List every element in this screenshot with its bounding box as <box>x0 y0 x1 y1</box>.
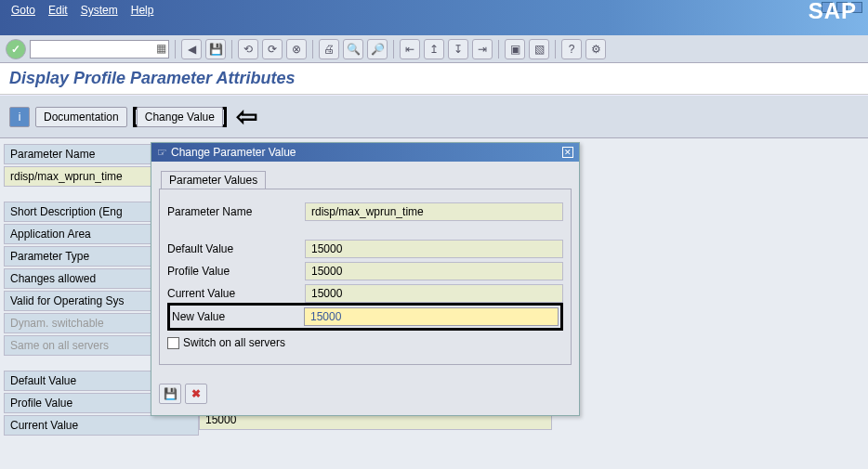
dialog-cancel-icon[interactable]: ✖ <box>185 384 207 404</box>
customize-icon[interactable]: ⚙ <box>585 39 606 59</box>
dlg-default-value: 15000 <box>305 240 563 258</box>
menu-edit[interactable]: Edit <box>48 4 68 17</box>
nav-exit-icon[interactable]: ⟳ <box>262 39 283 59</box>
save-icon[interactable]: 💾 <box>205 39 226 59</box>
menu-help[interactable]: Help <box>131 4 154 17</box>
content-area: Parameter Name rdisp/max_wprun_time Shor… <box>0 138 868 469</box>
menu-bar: Goto Edit System Help <box>0 0 164 20</box>
layout-icon[interactable]: ▧ <box>529 39 549 59</box>
dialog-title-text: ☞Change Parameter Value <box>157 146 296 159</box>
print-icon[interactable]: 🖨 <box>319 39 339 59</box>
dialog-save-icon[interactable]: 💾 <box>159 384 181 404</box>
create-session-icon[interactable]: ▣ <box>505 39 525 59</box>
dlg-param-name-value: rdisp/max_wprun_time <box>305 202 563 221</box>
switch-all-servers-checkbox[interactable] <box>167 337 179 349</box>
page-title: Display Profile Parameter Attributes <box>0 63 868 95</box>
action-bar: i Documentation Change Value ⇦ <box>0 95 868 138</box>
nav-back-icon[interactable]: ⟲ <box>238 39 258 59</box>
dlg-default-label: Default Value <box>167 242 305 255</box>
sap-logo: SAP <box>809 0 857 24</box>
change-value-button[interactable]: Change Value <box>137 107 223 127</box>
dialog-table: Parameter Name rdisp/max_wprun_time Defa… <box>159 189 572 365</box>
dlg-profile-label: Profile Value <box>167 265 305 278</box>
find-icon[interactable]: 🔍 <box>343 39 363 59</box>
dialog-footer: 💾 ✖ <box>159 384 572 404</box>
prev-page-icon[interactable]: ↥ <box>424 39 444 59</box>
dialog-body: Parameter Values Parameter Name rdisp/ma… <box>151 162 579 415</box>
info-icon[interactable]: i <box>9 107 30 127</box>
separator <box>393 40 394 59</box>
highlight-change-value: Change Value <box>133 107 227 127</box>
dialog-close-icon[interactable]: ✕ <box>562 147 573 158</box>
menu-goto[interactable]: Goto <box>11 4 35 17</box>
documentation-button[interactable]: Documentation <box>35 107 127 127</box>
dlg-new-label: New Value <box>172 310 304 323</box>
next-page-icon[interactable]: ↧ <box>448 39 468 59</box>
separator <box>555 40 556 59</box>
switch-all-servers-label: Switch on all servers <box>183 336 285 349</box>
find-next-icon[interactable]: 🔎 <box>367 39 388 59</box>
last-page-icon[interactable]: ⇥ <box>472 39 493 59</box>
separator <box>312 40 313 59</box>
label-current-value: Current Value <box>4 415 199 436</box>
ok-icon[interactable]: ✓ <box>6 39 26 59</box>
highlight-new-value: New Value 15000 <box>167 303 563 331</box>
dlg-profile-value: 15000 <box>305 262 563 280</box>
switch-all-servers-row: Switch on all servers <box>167 336 563 349</box>
toolbar: ✓ ◀ 💾 ⟲ ⟳ ⊗ 🖨 🔍 🔎 ⇤ ↥ ↧ ⇥ ▣ ▧ ? ⚙ <box>0 35 868 63</box>
dlg-param-name-label: Parameter Name <box>167 205 305 218</box>
new-value-input[interactable]: 15000 <box>304 307 559 326</box>
dialog-title-bar: ☞Change Parameter Value ✕ <box>151 143 579 162</box>
title-bar: Goto Edit System Help SAP <box>0 0 868 35</box>
help-icon[interactable]: ? <box>561 39 582 59</box>
dialog-change-parameter: ☞Change Parameter Value ✕ Parameter Valu… <box>151 142 580 416</box>
back-icon[interactable]: ◀ <box>181 39 202 59</box>
menu-system[interactable]: System <box>81 4 118 17</box>
dlg-current-value: 15000 <box>305 284 563 303</box>
dlg-current-label: Current Value <box>167 287 305 300</box>
separator <box>498 40 499 59</box>
command-field[interactable] <box>30 40 169 59</box>
first-page-icon[interactable]: ⇤ <box>400 39 420 59</box>
tab-parameter-values[interactable]: Parameter Values <box>161 171 266 189</box>
arrow-icon: ⇦ <box>236 101 257 132</box>
separator <box>231 40 232 59</box>
nav-cancel-icon[interactable]: ⊗ <box>286 39 307 59</box>
separator <box>175 40 176 59</box>
